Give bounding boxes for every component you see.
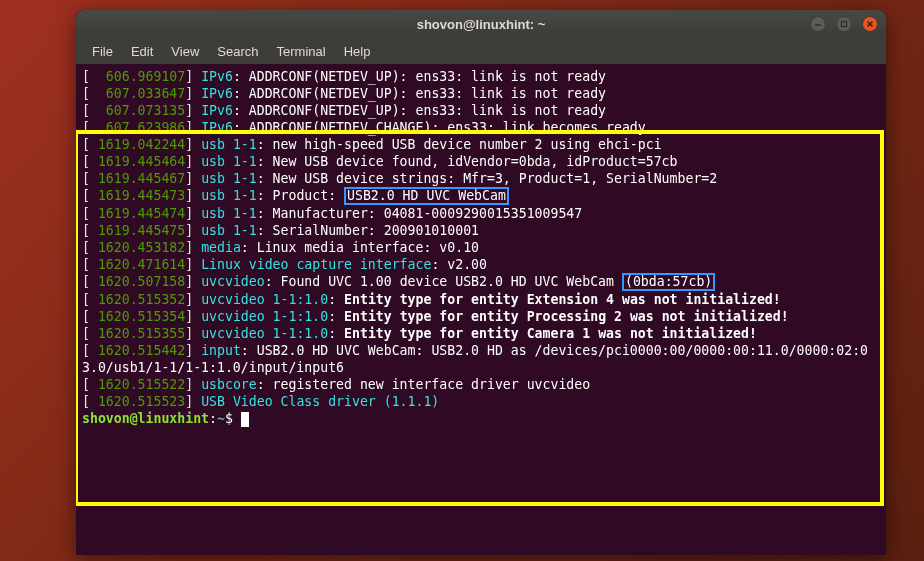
log-line: [ 607.033647] IPv6: ADDRCONF(NETDEV_UP):…: [82, 85, 880, 102]
log-line: [ 1620.515352] uvcvideo 1-1:1.0: Entity …: [82, 291, 880, 308]
log-line: [ 1620.515522] usbcore: registered new i…: [82, 376, 880, 393]
log-line: [ 1620.453182] media: Linux media interf…: [82, 239, 880, 256]
log-line: [ 1620.471614] Linux video capture inter…: [82, 256, 880, 273]
log-line: [ 1619.042244] usb 1-1: new high-speed U…: [82, 136, 880, 153]
highlight-product-name: USB2.0 HD UVC WebCam: [344, 187, 509, 205]
svg-rect-1: [842, 22, 847, 27]
cursor: [241, 412, 249, 427]
log-line: [ 1619.445473] usb 1-1: Product: USB2.0 …: [82, 187, 880, 205]
highlight-vendor-id: (0bda:57cb): [622, 273, 715, 291]
log-line: [ 607.073135] IPv6: ADDRCONF(NETDEV_UP):…: [82, 102, 880, 119]
window-controls: [810, 16, 878, 32]
log-line: [ 1620.515442] input: USB2.0 HD UVC WebC…: [82, 342, 880, 376]
menu-search[interactable]: Search: [209, 41, 266, 62]
log-line: [ 607.623986] IPv6: ADDRCONF(NETDEV_CHAN…: [82, 119, 880, 136]
terminal-body[interactable]: [ 606.969107] IPv6: ADDRCONF(NETDEV_UP):…: [76, 64, 886, 431]
log-line: [ 1620.515355] uvcvideo 1-1:1.0: Entity …: [82, 325, 880, 342]
log-line: [ 1619.445467] usb 1-1: New USB device s…: [82, 170, 880, 187]
log-line: [ 1620.515523] USB Video Class driver (1…: [82, 393, 880, 410]
prompt-user: shovon@linuxhint: [82, 411, 209, 426]
log-line: [ 1620.507158] uvcvideo: Found UVC 1.00 …: [82, 273, 880, 291]
minimize-button[interactable]: [810, 16, 826, 32]
menu-view[interactable]: View: [163, 41, 207, 62]
log-line: [ 606.969107] IPv6: ADDRCONF(NETDEV_UP):…: [82, 68, 880, 85]
log-line: [ 1619.445475] usb 1-1: SerialNumber: 20…: [82, 222, 880, 239]
menu-file[interactable]: File: [84, 41, 121, 62]
log-line: [ 1620.515354] uvcvideo 1-1:1.0: Entity …: [82, 308, 880, 325]
menu-terminal[interactable]: Terminal: [269, 41, 334, 62]
close-button[interactable]: [862, 16, 878, 32]
prompt-line[interactable]: shovon@linuxhint:~$: [82, 410, 880, 427]
log-line: [ 1619.445464] usb 1-1: New USB device f…: [82, 153, 880, 170]
menubar: File Edit View Search Terminal Help: [76, 38, 886, 64]
maximize-button[interactable]: [836, 16, 852, 32]
menu-help[interactable]: Help: [336, 41, 379, 62]
window-title: shovon@linuxhint: ~: [417, 17, 546, 32]
prompt-path: ~: [217, 411, 225, 426]
log-line: [ 1619.445474] usb 1-1: Manufacturer: 04…: [82, 205, 880, 222]
menu-edit[interactable]: Edit: [123, 41, 161, 62]
terminal-window: shovon@linuxhint: ~ File Edit View Searc…: [76, 10, 886, 555]
titlebar[interactable]: shovon@linuxhint: ~: [76, 10, 886, 38]
